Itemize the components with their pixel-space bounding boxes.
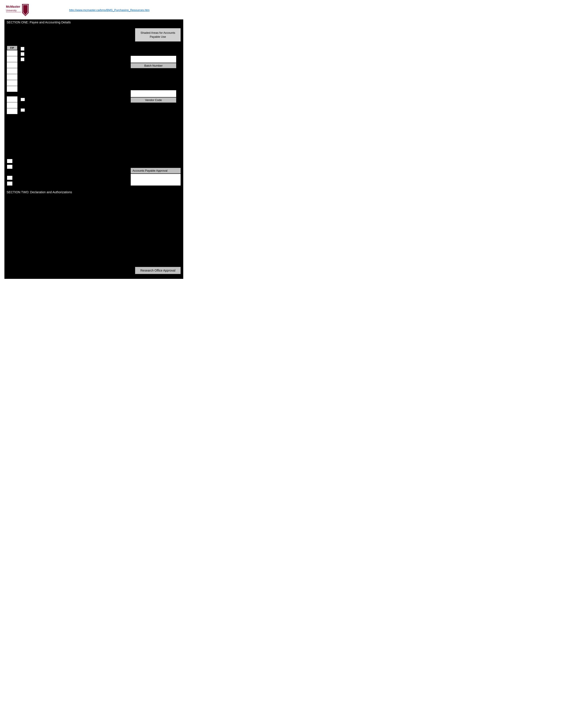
batch-number-area: Batch Number [130,55,177,69]
section-one-left: F/P [7,28,130,154]
bottom-checkbox-1[interactable] [7,159,13,163]
vendor-code-label: Vendor Code [130,98,177,103]
section-one-right: Shaded Areas for Accounts Payable Use Ba… [130,28,181,154]
section-two-body: Research Office Approval [4,195,183,279]
checkbox-1[interactable] [20,47,25,51]
fp-cell-2[interactable] [7,56,18,62]
bottom-left-area [7,159,13,186]
fp-cell-7[interactable] [7,86,18,92]
university-logo: McMaster University [4,2,31,18]
fp-cell2-1[interactable] [7,96,18,102]
ap-approval-area: Accounts Payable Approval [130,167,181,186]
fp-cell-4[interactable] [7,68,18,74]
ap-approval-input[interactable] [130,174,181,186]
svg-text:University: University [6,9,17,12]
shaded-label-container: Shaded Areas for Accounts Payable Use [130,28,181,42]
bottom-checkbox-3[interactable] [7,175,13,180]
page-header: McMaster University http://www.mcmaster.… [4,2,183,18]
fp-cell-1[interactable] [7,50,18,56]
batch-number-label: Batch Number [130,63,177,69]
fp-cell-3[interactable] [7,62,18,68]
checkbox-4[interactable] [20,98,25,101]
checkbox-group-1 [20,45,25,62]
section-one-body: F/P [4,25,183,158]
checkbox-pair-2 [7,175,13,186]
fp-column-2 [7,96,18,114]
checkbox-5[interactable] [20,108,25,112]
fp-header: F/P [7,45,18,50]
shaded-areas-label: Shaded Areas for Accounts Payable Use [135,28,181,42]
batch-number-input[interactable] [130,55,177,63]
fp-column: F/P [7,45,18,92]
research-office-approval-box: Research Office Approval [135,266,181,274]
purchasing-resources-link[interactable]: http://www.mcmaster.ca/bms/BMS_Purchasin… [35,8,183,12]
checkbox-pair-1 [7,159,13,169]
fp-cell-5[interactable] [7,74,18,80]
fp-area: F/P [7,45,130,92]
fp-area-2 [7,96,130,114]
fp-cell-6[interactable] [7,80,18,86]
vendor-code-input[interactable] [130,90,177,98]
ap-approval-label: Accounts Payable Approval [130,167,181,174]
section-two-header: SECTION TWO: Declaration and Authorizati… [4,189,183,195]
fp-cell2-3[interactable] [7,108,18,114]
checkbox-2[interactable] [20,52,25,56]
svg-text:McMaster: McMaster [6,5,20,8]
section-one-bottom: Accounts Payable Approval [4,158,183,189]
bottom-checkbox-2[interactable] [7,164,13,169]
section-one-header: SECTION ONE: Payee and Accounting Detail… [4,19,183,25]
vendor-code-area: Vendor Code [130,90,177,103]
fp-cell2-2[interactable] [7,102,18,108]
checkbox-3[interactable] [20,57,25,62]
bottom-checkbox-4[interactable] [7,181,13,186]
